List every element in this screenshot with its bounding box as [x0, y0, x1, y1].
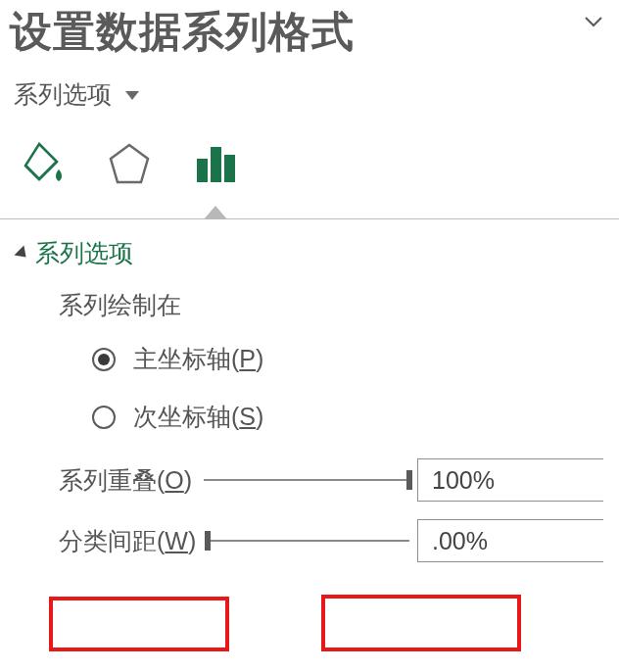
divider	[0, 218, 619, 219]
gap-width-slider[interactable]	[208, 540, 409, 542]
series-options-icon[interactable]	[190, 138, 241, 189]
effects-icon[interactable]	[104, 138, 155, 189]
radio-icon	[92, 406, 116, 429]
radio-secondary-axis[interactable]: 次坐标轴(S)	[92, 401, 603, 433]
radio-primary-axis[interactable]: 主坐标轴(P)	[92, 343, 603, 375]
svg-rect-3	[211, 147, 221, 182]
gap-width-label: 分类间距(W)	[59, 525, 196, 557]
svg-marker-0	[125, 91, 139, 100]
gap-width-input[interactable]	[417, 519, 603, 562]
radio-secondary-label: 次坐标轴(S)	[133, 401, 263, 433]
section-header-series-options[interactable]: 系列选项	[16, 237, 603, 269]
series-overlap-value[interactable]	[418, 459, 619, 501]
gap-width-value[interactable]	[418, 520, 619, 561]
dropdown-icon[interactable]	[123, 89, 141, 101]
collapse-icon	[15, 245, 31, 262]
svg-marker-1	[111, 145, 148, 182]
fill-line-icon[interactable]	[18, 138, 69, 189]
panel-menu-icon[interactable]	[584, 14, 603, 31]
radio-primary-label: 主坐标轴(P)	[133, 343, 263, 375]
series-overlap-label: 系列重叠(O)	[59, 464, 192, 497]
series-overlap-input[interactable]	[417, 458, 603, 502]
radio-icon	[92, 348, 116, 371]
highlight-box	[49, 597, 229, 651]
plot-series-on-label: 系列绘制在	[59, 289, 603, 321]
highlight-box	[321, 595, 521, 651]
svg-rect-2	[197, 159, 208, 182]
series-overlap-slider[interactable]	[204, 479, 409, 481]
panel-title: 设置数据系列格式	[10, 4, 355, 61]
svg-rect-4	[224, 155, 235, 182]
section-title: 系列选项	[35, 237, 133, 269]
series-options-dropdown-label: 系列选项	[14, 78, 112, 111]
